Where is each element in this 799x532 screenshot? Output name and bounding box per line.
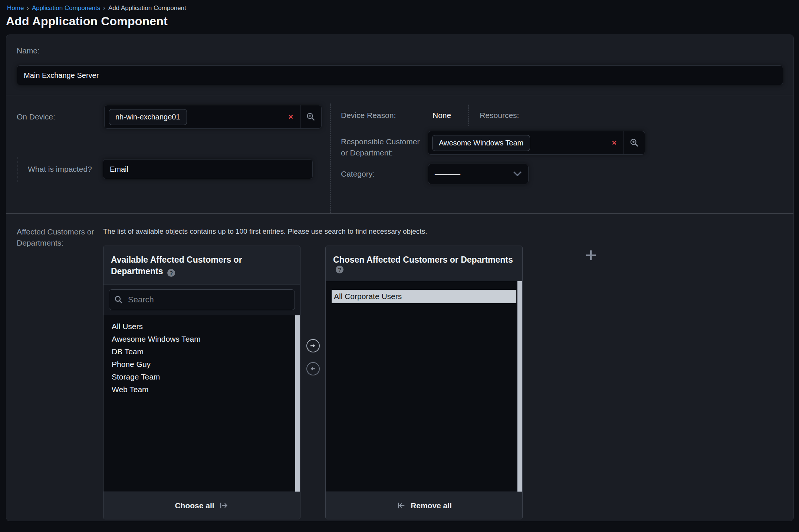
device-reason-label: Device Reason: [341,110,433,121]
available-listbox: All UsersAwesome Windows TeamDB TeamPhon… [103,315,300,492]
available-search-input[interactable] [128,295,289,305]
chosen-panel-header: Chosen Affected Customers or Departments… [326,246,522,281]
breadcrumb: Home › Application Components › Add Appl… [0,0,799,12]
category-label: Category: [341,168,428,180]
scrollbar-thumb[interactable] [295,315,300,492]
breadcrumb-home-link[interactable]: Home [7,4,24,12]
responsible-chip[interactable]: Awesome Windows Team [432,135,530,151]
arrow-from-bar-right-icon [219,502,229,509]
name-input[interactable] [17,65,783,85]
on-device-row: On Device: nh-win-exchange01 ✕ [17,105,330,129]
list-item[interactable]: All Corporate Users [332,290,516,303]
available-panel-title: Available Affected Customers or Departme… [111,255,242,276]
category-select[interactable]: ———— [428,164,529,184]
list-item[interactable]: All Users [103,320,300,333]
reason-column: Device Reason: None Resources: Responsib… [331,104,793,213]
move-left-button[interactable] [306,362,320,375]
chevron-down-icon [513,171,522,177]
available-search-box[interactable] [109,289,295,310]
category-row: Category: ———— [341,164,793,184]
magnifier-zoom-icon[interactable] [624,131,645,154]
move-right-button[interactable] [306,339,320,352]
affected-section: Affected Customers or Departments: The l… [6,213,793,519]
affected-content: The list of available objects contains u… [103,226,783,519]
remove-all-label: Remove all [411,501,452,510]
page-title: Add Application Component [6,14,799,28]
form-card: Name: On Device: nh-win-exchange01 ✕ [6,35,794,521]
arrow-left-icon [310,366,316,372]
list-item[interactable]: Phone Guy [103,358,300,371]
responsible-lookup-field[interactable]: Awesome Windows Team ✕ [428,131,645,155]
scrollbar-thumb[interactable] [517,281,522,492]
list-item[interactable]: Awesome Windows Team [103,333,300,345]
magnifier-zoom-icon[interactable] [300,105,321,128]
impacted-row: What is impacted? [17,157,330,182]
list-item[interactable]: Web Team [103,383,300,396]
available-list: All UsersAwesome Windows TeamDB TeamPhon… [103,315,300,396]
available-scrollbar[interactable] [295,315,300,492]
list-item[interactable]: DB Team [103,345,300,358]
device-reason-value: None [433,111,451,120]
plus-icon [585,249,597,261]
available-search-area [103,285,300,315]
on-device-chip[interactable]: nh-win-exchange01 [109,109,187,125]
add-affected-customer-button[interactable] [585,249,597,263]
arrow-to-bar-left-icon [396,502,406,509]
choose-all-button[interactable]: Choose all [103,492,300,519]
chosen-panel-title: Chosen Affected Customers or Departments [333,255,513,265]
name-label: Name: [17,45,783,56]
chosen-scrollbar[interactable] [517,281,522,492]
responsible-label: Responsible Customer or Department: [341,131,428,158]
affected-note: The list of available objects contains u… [103,227,783,236]
breadcrumb-separator: › [27,4,29,12]
chosen-panel: Chosen Affected Customers or Departments… [325,246,523,519]
clear-icon[interactable]: ✕ [605,139,624,147]
search-icon [114,295,123,304]
help-icon[interactable]: ? [167,269,175,277]
device-section: On Device: nh-win-exchange01 ✕ [6,95,793,213]
transfer-arrows [300,246,325,375]
on-device-label: On Device: [17,111,104,122]
chosen-listbox: All Corporate Users [326,281,522,492]
help-icon[interactable]: ? [336,266,343,273]
available-panel-header: Available Affected Customers or Departme… [103,246,300,285]
breadcrumb-application-components-link[interactable]: Application Components [32,4,100,12]
category-value: ———— [435,170,460,178]
remove-all-button[interactable]: Remove all [326,492,522,519]
resources-label: Resources: [480,110,519,121]
list-item[interactable]: Storage Team [103,371,300,383]
arrow-right-icon [310,343,316,349]
chosen-list: All Corporate Users [326,281,522,303]
name-section: Name: [6,35,793,95]
device-column: On Device: nh-win-exchange01 ✕ [17,104,331,213]
impacted-label: What is impacted? [28,164,103,175]
affected-label: Affected Customers or Departments: [17,226,103,519]
available-panel: Available Affected Customers or Departme… [103,246,300,519]
breadcrumb-separator: › [103,4,105,12]
responsible-row: Responsible Customer or Department: Awes… [341,131,793,158]
dual-list-picker: Available Affected Customers or Departme… [103,246,783,519]
dashed-divider [468,105,468,126]
breadcrumb-current: Add Application Component [108,4,186,12]
clear-icon[interactable]: ✕ [282,113,300,121]
choose-all-label: Choose all [175,501,214,510]
impacted-input[interactable] [103,159,313,179]
on-device-lookup-field[interactable]: nh-win-exchange01 ✕ [104,105,322,129]
device-reason-row: Device Reason: None Resources: [341,104,793,127]
